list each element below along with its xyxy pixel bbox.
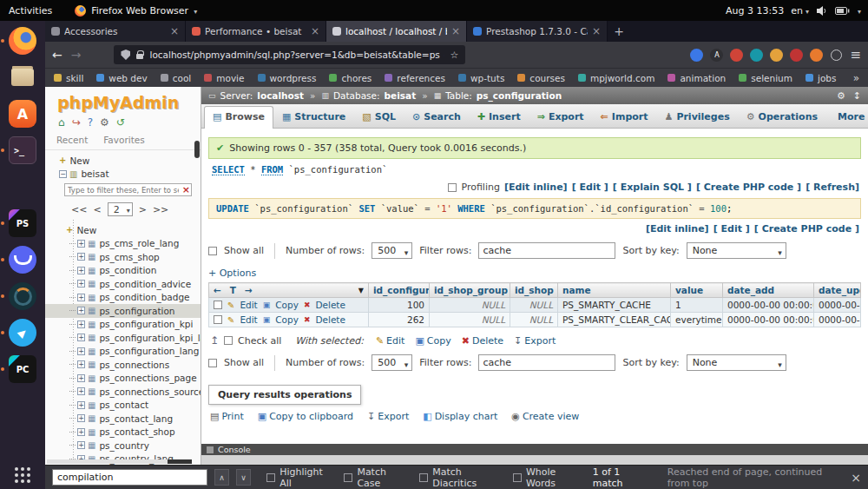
- move-columns-left-icon[interactable]: ←: [214, 285, 221, 295]
- sidebar-horizontal-scrollbar[interactable]: [47, 459, 192, 464]
- expander-icon[interactable]: +: [77, 307, 85, 314]
- expander-icon[interactable]: +: [77, 347, 85, 355]
- tree-table-item[interactable]: + ps_configuration_kpi_lar: [45, 331, 201, 345]
- pma-tab-export[interactable]: ⇒ Export: [529, 107, 592, 128]
- pma-tab-privileges[interactable]: ♟ Privileges: [657, 107, 738, 128]
- tab-close-icon[interactable]: [170, 25, 179, 37]
- tab-accessories[interactable]: Accessories: [45, 21, 186, 42]
- expander-icon[interactable]: +: [77, 374, 85, 382]
- find-next-button[interactable]: [236, 469, 251, 486]
- close-icon[interactable]: [851, 471, 861, 485]
- settings-icon[interactable]: ⚙: [100, 116, 109, 129]
- find-option-checkbox[interactable]: Highlight All: [266, 466, 328, 489]
- column-header[interactable]: date_add: [723, 283, 814, 298]
- tree-table-item[interactable]: + ps_cms_role_lang: [45, 237, 201, 251]
- battery-icon[interactable]: [835, 7, 850, 15]
- bookmark-item[interactable]: movie: [204, 73, 244, 83]
- query-action-link[interactable]: [ Refresh]: [806, 182, 859, 193]
- tree-db-beisat[interactable]: − beisat: [45, 168, 201, 182]
- tab-localhost[interactable]: localhost / localhost / bei: [326, 21, 467, 42]
- copy-to-clipboard-link[interactable]: ▣ Copy to clipboard: [258, 411, 353, 422]
- volume-icon[interactable]: [817, 6, 827, 16]
- url-bar[interactable]: localhost/phpmyadmin/sql.php?server=1&db…: [114, 45, 465, 64]
- column-header[interactable]: name: [558, 283, 671, 298]
- recent-tables-dropdown[interactable]: Recent: [56, 135, 88, 145]
- page-last-button[interactable]: >>: [153, 204, 168, 215]
- pma-logo[interactable]: phpMyAdmin: [45, 87, 201, 113]
- rows-per-page-select[interactable]: 500: [372, 242, 412, 259]
- expander-icon[interactable]: +: [77, 320, 85, 328]
- tree-table-item[interactable]: + ps_contact: [45, 399, 201, 413]
- expander-icon[interactable]: +: [77, 428, 85, 436]
- pma-tab-import[interactable]: ⇐ Import: [593, 107, 656, 128]
- breadcrumb-database-link[interactable]: beisat: [385, 90, 417, 101]
- tree-table-item[interactable]: + ps_connections_source: [45, 385, 201, 399]
- show-applications-button[interactable]: [14, 466, 31, 484]
- language-indicator[interactable]: en: [791, 5, 809, 17]
- query-action-link[interactable]: [ Create PHP code ]: [696, 182, 801, 193]
- column-header[interactable]: value: [671, 283, 723, 298]
- edit-link[interactable]: Edit: [240, 314, 257, 325]
- query-action-link[interactable]: [Edit inline]: [504, 182, 568, 193]
- firefox-dock-icon[interactable]: [6, 26, 39, 56]
- find-input[interactable]: [52, 469, 207, 486]
- expander-icon[interactable]: +: [77, 253, 85, 261]
- tree-table-item[interactable]: + ps_condition: [45, 264, 201, 278]
- tree-table-item[interactable]: + ps_connections_page: [45, 372, 201, 386]
- url-text[interactable]: localhost/phpmyadmin/sql.php?server=1&db…: [149, 50, 444, 60]
- expander-icon[interactable]: +: [77, 280, 85, 287]
- tree-table-item[interactable]: + ps_condition_badge: [45, 291, 201, 305]
- tree-table-item[interactable]: + ps_configuration_lang: [45, 345, 201, 359]
- tree-filter-input[interactable]: [64, 183, 192, 196]
- back-button[interactable]: [52, 48, 62, 62]
- show-all-checkbox[interactable]: [208, 359, 217, 367]
- edit-link[interactable]: Edit: [240, 300, 257, 310]
- bookmark-item[interactable]: references: [385, 73, 445, 83]
- tree-new-database[interactable]: New: [45, 154, 201, 168]
- query-action-link[interactable]: [ Explain SQL ]: [613, 182, 692, 193]
- page-prev-button[interactable]: <: [93, 204, 101, 215]
- display-chart-link[interactable]: ◧ Display chart: [423, 411, 497, 422]
- bookmarks-overflow-button[interactable]: »: [853, 72, 859, 84]
- with-selected-edit[interactable]: ✎ Edit: [376, 335, 405, 347]
- expander-icon[interactable]: +: [77, 240, 85, 248]
- panel-resize-icon[interactable]: [853, 90, 861, 102]
- settings-icon[interactable]: [837, 90, 845, 102]
- extension-icon[interactable]: [790, 49, 803, 62]
- find-option-checkbox[interactable]: Whole Words: [513, 466, 579, 489]
- show-all-checkbox[interactable]: [208, 247, 217, 255]
- row-checkbox[interactable]: [214, 315, 222, 324]
- tree-table-item[interactable]: + ps_country: [45, 439, 201, 453]
- forward-button[interactable]: [71, 48, 82, 62]
- tree-table-item[interactable]: + ps_contact_lang: [45, 412, 201, 426]
- find-previous-button[interactable]: [214, 469, 229, 486]
- column-header[interactable]: date_upd: [814, 283, 861, 298]
- bookmark-item[interactable]: mpjworld.com: [578, 73, 654, 83]
- tab-close-icon[interactable]: [451, 25, 460, 37]
- copy-link[interactable]: Copy: [275, 314, 299, 325]
- move-columns-right-icon[interactable]: →: [245, 285, 253, 295]
- filter-rows-input[interactable]: [478, 242, 615, 259]
- tab-performance[interactable]: Performance • beisat: [186, 21, 326, 42]
- column-header[interactable]: id_shop_group: [430, 283, 510, 298]
- extension-icon[interactable]: A: [710, 49, 723, 62]
- expander-icon[interactable]: +: [77, 334, 85, 341]
- menu-button[interactable]: [850, 47, 861, 63]
- logout-icon[interactable]: ↪: [72, 116, 81, 129]
- sort-indicator-icon[interactable]: ▼: [358, 287, 364, 294]
- find-option-checkbox[interactable]: Match Case: [344, 466, 404, 489]
- tree-table-item[interactable]: New: [45, 223, 201, 237]
- create-view-link[interactable]: ◉ Create view: [511, 411, 579, 422]
- with-selected-delete[interactable]: ✖ Delete: [462, 335, 503, 347]
- export-link[interactable]: ↧ Export: [367, 411, 409, 422]
- expander-icon[interactable]: +: [77, 387, 85, 395]
- refresh-icon[interactable]: ↺: [116, 116, 125, 129]
- pycharm-dock-icon[interactable]: PC: [6, 354, 39, 384]
- discord-dock-icon[interactable]: [6, 245, 39, 274]
- tab-close-icon[interactable]: [311, 25, 319, 37]
- tree-table-item[interactable]: + ps_contact_shop: [45, 426, 201, 439]
- bookmark-item[interactable]: wp-tuts: [458, 73, 504, 83]
- home-icon[interactable]: ⌂: [58, 116, 65, 129]
- bookmark-item[interactable]: courses: [517, 73, 565, 83]
- profiling-checkbox[interactable]: [448, 183, 457, 192]
